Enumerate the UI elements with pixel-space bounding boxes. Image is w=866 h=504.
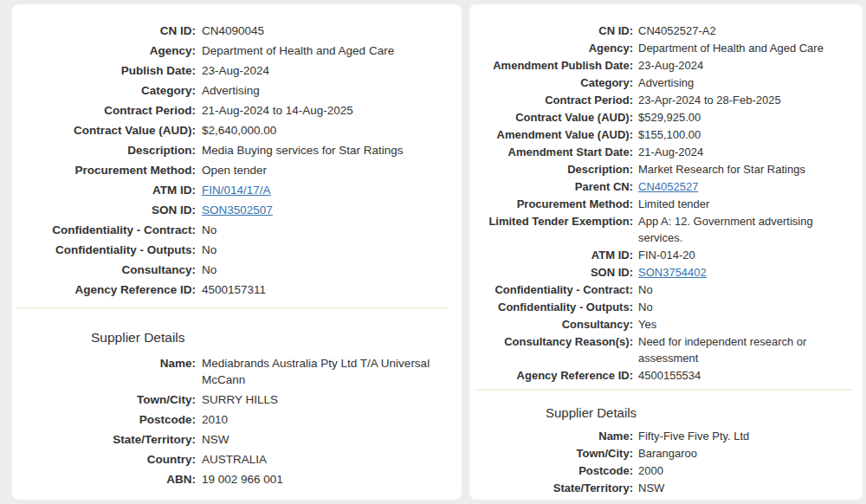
field-value: No: [638, 281, 857, 298]
field-value: Mediabrands Australia Pty Ltd T/A Univer…: [202, 355, 453, 388]
field-label: Town/City:: [469, 445, 633, 462]
field-value: No: [202, 222, 453, 238]
field-value: Advertising: [638, 74, 857, 91]
field-label: Town/City:: [12, 391, 196, 408]
field-row: Agency:Department of Health and Aged Car…: [469, 40, 857, 56]
field-value: AUSTRALIA: [638, 497, 857, 500]
field-row: Agency Reference ID:4500157311: [12, 281, 453, 298]
field-label: Agency Reference ID:: [469, 367, 633, 384]
field-label: ABN:: [12, 471, 196, 488]
supplier-details-heading: Supplier Details: [91, 329, 453, 346]
field-row: Limited Tender Exemption:App A: 12. Gove…: [469, 213, 857, 246]
field-value: 23-Aug-2024: [638, 57, 857, 74]
field-value: No: [202, 242, 453, 258]
field-value: CN4052527: [638, 178, 857, 195]
field-label: Confidentiality - Outputs:: [12, 242, 196, 258]
field-row: Postcode:2010: [12, 411, 453, 428]
field-label: State/Territory:: [12, 431, 196, 448]
field-label: Description:: [12, 142, 196, 158]
field-value: Media Buying services for Star Ratings: [202, 142, 453, 158]
field-value: 23-Aug-2024: [202, 62, 453, 79]
field-label: Limited Tender Exemption:: [469, 213, 633, 229]
field-label: Procurement Method:: [12, 162, 196, 178]
field-value: SURRY HILLS: [202, 391, 453, 408]
field-value: Department of Health and Aged Care: [638, 40, 857, 56]
field-label: Consultancy:: [469, 316, 633, 333]
field-value: SON3754402: [638, 264, 857, 281]
field-row: Consultancy:Yes: [469, 316, 857, 333]
contract-comparison-page: CN ID:CN4090045Agency:Department of Heal…: [0, 0, 866, 504]
field-row: CN ID:CN4090045: [12, 23, 453, 39]
field-value: No: [202, 262, 453, 278]
field-value-link[interactable]: CN4052527: [638, 180, 698, 193]
field-row: Procurement Method:Limited tender: [469, 196, 857, 212]
field-row: Agency:Department of Health and Aged Car…: [12, 42, 453, 59]
field-value: Need for independent research or assessm…: [638, 333, 857, 366]
field-value: 19 002 966 001: [202, 471, 453, 488]
field-label: Confidentiality - Outputs:: [469, 299, 633, 315]
field-label: Postcode:: [469, 462, 633, 479]
field-row: Consultancy Reason(s):Need for independe…: [469, 333, 857, 366]
field-value: $529,925.00: [638, 109, 857, 126]
field-value: 4500157311: [202, 281, 453, 298]
field-row: Category:Advertising: [469, 74, 857, 91]
field-row: Country:AUSTRALIA: [469, 497, 857, 500]
field-value: No: [638, 299, 857, 315]
field-label: Contract Period:: [12, 102, 196, 119]
field-value: Yes: [638, 316, 857, 333]
contract-fields-left: CN ID:CN4090045Agency:Department of Heal…: [12, 23, 453, 298]
field-label: ATM ID:: [12, 182, 196, 198]
field-label: Consultancy Reason(s):: [469, 333, 633, 350]
field-value: 2010: [202, 411, 453, 428]
field-value-link[interactable]: SON3754402: [638, 266, 707, 279]
field-label: Country:: [12, 451, 196, 468]
field-row: ATM ID:FIN-014-20: [469, 247, 857, 263]
field-row: Confidentiality - Contract:No: [12, 222, 453, 238]
field-label: Agency Reference ID:: [12, 281, 196, 298]
field-label: Category:: [469, 74, 633, 91]
field-row: Category:Advertising: [12, 82, 453, 99]
field-value-link[interactable]: FIN/014/17/A: [202, 184, 271, 197]
field-row: ABN:19 002 966 001: [12, 471, 453, 488]
field-value: 2000: [638, 462, 857, 479]
supplier-fields-left: Name:Mediabrands Australia Pty Ltd T/A U…: [12, 355, 453, 488]
field-label: CN ID:: [469, 23, 633, 39]
field-label: Agency:: [12, 42, 196, 59]
field-row: Name:Fifty-Five Five Pty. Ltd: [469, 428, 857, 444]
field-label: Postcode:: [12, 411, 196, 428]
contract-card-right: CN ID:CN4052527-A2Agency:Department of H…: [469, 4, 863, 500]
field-value: Barangaroo: [638, 445, 857, 462]
section-divider: [475, 389, 852, 391]
field-label: Description:: [469, 161, 633, 178]
field-value: $155,100.00: [638, 126, 857, 143]
field-row: Contract Period:23-Apr-2024 to 28-Feb-20…: [469, 92, 857, 108]
field-value: SON3502507: [202, 202, 453, 218]
field-label: Confidentiality - Contract:: [12, 222, 196, 238]
field-value: 4500155534: [638, 367, 857, 384]
field-label: Contract Value (AUD):: [12, 122, 196, 139]
field-label: Parent CN:: [469, 178, 633, 195]
field-label: State/Territory:: [469, 480, 633, 496]
field-value: CN4052527-A2: [638, 23, 857, 39]
supplier-details-heading: Supplier Details: [546, 404, 857, 422]
field-label: Name:: [12, 355, 196, 372]
field-value: NSW: [202, 431, 453, 448]
field-label: Publish Date:: [12, 62, 196, 79]
supplier-fields-right: Name:Fifty-Five Five Pty. LtdTown/City:B…: [469, 428, 857, 500]
field-row: SON ID:SON3502507: [12, 202, 453, 218]
field-row: Town/City:SURRY HILLS: [12, 391, 453, 408]
field-value: 21-Aug-2024 to 14-Aug-2025: [202, 102, 453, 119]
field-label: Consultancy:: [12, 262, 196, 278]
field-label: Agency:: [469, 40, 633, 56]
field-row: Confidentiality - Outputs:No: [469, 299, 857, 315]
field-row: Consultancy:No: [12, 262, 453, 278]
field-value-link[interactable]: SON3502507: [202, 204, 273, 216]
field-row: Confidentiality - Contract:No: [469, 281, 857, 298]
field-value: Department of Health and Aged Care: [202, 42, 453, 59]
field-label: Country:: [469, 497, 633, 500]
field-row: State/Territory:NSW: [469, 480, 857, 496]
field-value: App A: 12. Government advertising servic…: [638, 213, 857, 246]
field-value: FIN/014/17/A: [202, 182, 453, 198]
field-value: CN4090045: [202, 23, 453, 39]
field-value: 21-Aug-2024: [638, 144, 857, 160]
